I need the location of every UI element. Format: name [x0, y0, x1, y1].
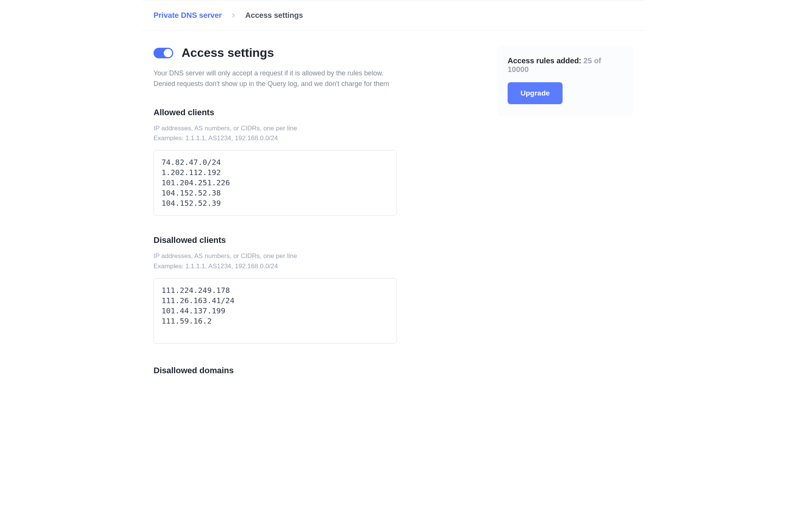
allowed-clients-textarea[interactable] [154, 150, 397, 216]
breadcrumb-current: Access settings [245, 11, 303, 20]
allowed-clients-title: Allowed clients [154, 108, 482, 117]
rules-counter-label: Access rules added: [508, 56, 583, 65]
disallowed-clients-textarea[interactable] [154, 278, 397, 344]
page-title: Access settings [182, 46, 274, 60]
chevron-right-icon [230, 12, 237, 19]
disallowed-clients-hint: IP addresses, AS numbers, or CIDRs, one … [154, 251, 482, 271]
disallowed-clients-title: Disallowed clients [154, 235, 482, 245]
toggle-thumb [164, 49, 172, 57]
breadcrumb-root-link[interactable]: Private DNS server [154, 11, 222, 20]
sidebar-card: Access rules added: 25 of 10000 Upgrade [497, 46, 633, 116]
rules-counter: Access rules added: 25 of 10000 [508, 56, 623, 74]
allowed-clients-hint: IP addresses, AS numbers, or CIDRs, one … [154, 124, 482, 144]
disallowed-domains-title: Disallowed domains [154, 366, 482, 376]
upgrade-button[interactable]: Upgrade [508, 82, 563, 104]
breadcrumb: Private DNS server Access settings [142, 0, 645, 31]
page-description: Your DNS server will only accept a reque… [154, 68, 411, 89]
access-settings-toggle[interactable] [154, 48, 173, 58]
